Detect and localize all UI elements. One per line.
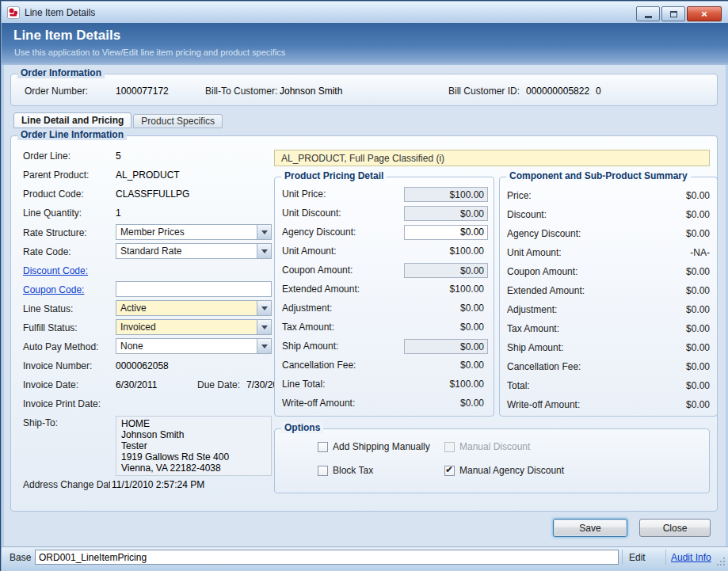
address-change-date-label: Address Change Date: [23, 479, 110, 490]
line-status-select[interactable]: Active [116, 300, 272, 316]
pricing-row: Ship Amount: $0.00 [282, 337, 488, 356]
unit-price-field: $100.00 [404, 187, 488, 202]
due-date-label: Due Date: [197, 379, 240, 390]
maximize-button[interactable] [661, 6, 685, 21]
group-title: Order Information [17, 67, 105, 78]
line-quantity-value: 1 [116, 207, 121, 219]
chevron-down-icon [257, 301, 271, 315]
edit-mode-indicator: Edit [622, 550, 666, 565]
rate-structure-select[interactable]: Member Prices [116, 224, 272, 240]
rate-code-select[interactable]: Standard Rate [116, 243, 272, 259]
writeoff-amount-value: $0.00 [404, 398, 488, 409]
options-group: Options [274, 428, 710, 493]
summary-price-value: $0.00 [686, 190, 710, 201]
invoice-number-label: Invoice Number: [23, 360, 92, 371]
tab-line-detail-and-pricing[interactable]: Line Detail and Pricing [13, 112, 131, 128]
product-code-value: CLASSFFULLPG [116, 188, 189, 200]
summary-row: Unit Amount: -NA- [507, 243, 710, 262]
block-tax-checkbox[interactable]: Block Tax [318, 464, 373, 477]
minimize-icon [645, 16, 652, 18]
summary-row: Cancellation Fee: $0.00 [507, 357, 710, 376]
pricing-row: Agency Discount: [282, 223, 488, 242]
page-header: Line Item Details Use this application t… [2, 23, 728, 65]
summary-ship-amount-value: $0.00 [686, 342, 710, 353]
close-icon: × [701, 8, 707, 20]
coupon-code-link[interactable]: Coupon Code: [23, 284, 84, 295]
pricing-row: Coupon Amount: $0.00 [282, 261, 488, 280]
window-title: Line Item Details [25, 7, 95, 18]
tax-amount-value: $0.00 [404, 322, 488, 333]
pricing-rows: Unit Price: $100.00 Unit Discount: $0.00… [282, 185, 488, 413]
base-label: Base [10, 552, 31, 563]
summary-adjustment-value: $0.00 [686, 304, 710, 315]
rate-code-label: Rate Code: [23, 246, 71, 257]
order-number-label: Order Number: [25, 86, 88, 97]
fulfill-status-label: Fulfill Status: [23, 322, 78, 333]
manual-agency-discount-checkbox[interactable]: Manual Agency Discount [444, 464, 564, 477]
adjustment-value: $0.00 [404, 303, 488, 314]
group-title: Product Pricing Detail [281, 170, 387, 181]
group-title: Order Line Information [17, 129, 127, 140]
summary-row: Adjustment: $0.00 [507, 300, 710, 319]
summary-row: Extended Amount: $0.00 [507, 281, 710, 300]
summary-row: Agency Discount: $0.00 [507, 224, 710, 243]
fulfill-status-select[interactable]: Invoiced [116, 319, 272, 335]
invoice-print-date-label: Invoice Print Date: [23, 398, 101, 409]
ship-to-address: HOME Johnson Smith Tester 1919 Gallows R… [116, 416, 272, 476]
bill-customer-id-label: Bill Customer ID: [448, 86, 520, 97]
status-bar: Base Edit Audit Info [2, 546, 728, 569]
close-button[interactable]: × [687, 6, 722, 21]
add-shipping-manually-checkbox[interactable]: Add Shipping Manually [318, 440, 430, 453]
tab-product-specifics[interactable]: Product Specifics [133, 114, 223, 128]
agency-discount-input[interactable] [404, 225, 488, 240]
summary-writeoff-amount-value: $0.00 [686, 399, 710, 410]
checkbox-box [444, 466, 455, 476]
discount-code-link[interactable]: Discount Code: [23, 265, 88, 276]
base-screen-input[interactable] [35, 550, 619, 565]
rate-structure-label: Rate Structure: [23, 227, 87, 238]
invoice-date-value: 6/30/2011 [116, 379, 158, 390]
parent-product-value: AL_PRODUCT [116, 169, 180, 181]
pricing-row: Line Total: $100.00 [282, 375, 488, 394]
summary-agency-discount-value: $0.00 [686, 228, 710, 239]
line-status-label: Line Status: [23, 303, 73, 314]
save-button[interactable]: Save [553, 519, 627, 537]
pricing-row: Write-off Amount: $0.00 [282, 394, 488, 413]
coupon-code-input[interactable] [116, 281, 272, 297]
minimize-button[interactable] [636, 6, 660, 21]
auto-pay-method-select[interactable]: None [116, 338, 272, 354]
tab-strip: Line Detail and Pricing Product Specific… [13, 112, 223, 128]
audit-info-link[interactable]: Audit Info [671, 552, 711, 563]
order-line-label: Order Line: [23, 150, 71, 162]
pricing-row: Extended Amount: $100.00 [282, 280, 488, 299]
auto-pay-method-label: Auto Pay Method: [23, 341, 98, 352]
cancellation-fee-value: $0.00 [404, 360, 488, 371]
pricing-row: Tax Amount: $0.00 [282, 318, 488, 337]
summary-cancellation-fee-value: $0.00 [686, 361, 710, 372]
chevron-down-icon [257, 244, 271, 258]
summary-row: Write-off Amount: $0.00 [507, 395, 710, 414]
bill-customer-id-extra: 0 [596, 86, 601, 97]
resize-grip-icon[interactable] [723, 564, 725, 565]
summary-extended-amount-value: $0.00 [686, 285, 710, 296]
titlebar: Line Item Details × [2, 2, 728, 23]
line-item-details-window: Line Item Details × Line Item Details Us… [0, 0, 728, 571]
page-subtitle: Use this application to View/Edit line i… [14, 48, 285, 57]
summary-discount-value: $0.00 [686, 209, 710, 220]
summary-row: Coupon Amount: $0.00 [507, 262, 710, 281]
summary-row: Total: $0.00 [507, 376, 710, 395]
checkbox-box [318, 466, 328, 476]
summary-rows: Price: $0.00 Discount: $0.00 Agency Disc… [507, 186, 710, 414]
bill-to-customer-label: Bill-To Customer: [205, 86, 277, 97]
bill-to-customer-value: Johnson Smith [280, 86, 342, 97]
close-action-button[interactable]: Close [639, 519, 711, 537]
ship-to-label: Ship-To: [23, 417, 58, 428]
ship-amount-field: $0.00 [404, 339, 488, 354]
pricing-row: Adjustment: $0.00 [282, 299, 488, 318]
line-total-value: $100.00 [404, 379, 488, 390]
pricing-row: Unit Amount: $100.00 [282, 242, 488, 261]
coupon-amount-field: $0.00 [404, 263, 488, 278]
unit-discount-field: $0.00 [404, 206, 488, 221]
app-icon [7, 6, 20, 19]
group-title: Options [281, 422, 323, 433]
